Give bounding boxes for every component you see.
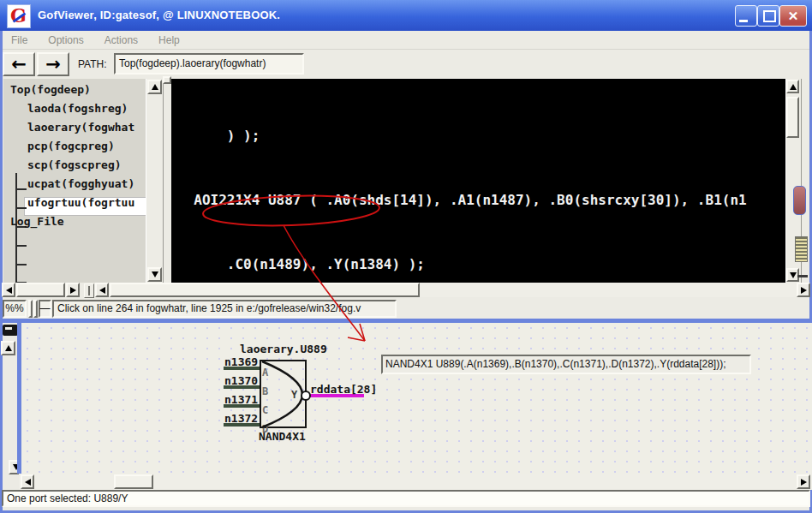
status-ridge bbox=[33, 300, 38, 318]
port-letter-c[interactable]: C bbox=[262, 404, 268, 416]
code-line[interactable]: AOI221X4 U887 ( .A0(shds[14]), .A1(n1487… bbox=[177, 189, 747, 211]
right-arrow-icon bbox=[70, 287, 76, 294]
minimize-button[interactable] bbox=[735, 5, 757, 27]
right-sash-handle[interactable] bbox=[793, 186, 806, 215]
app-icon[interactable]: G bbox=[7, 4, 31, 28]
tree-connector bbox=[17, 207, 27, 209]
code-vscroll-thumb[interactable] bbox=[786, 97, 799, 138]
schematic-scroll-left-button[interactable] bbox=[21, 474, 34, 489]
code-line[interactable]: ) ); bbox=[177, 125, 747, 146]
title-bar[interactable]: G GofViewer, ID:gatesof, @ LINUXNOTEBOOK… bbox=[0, 0, 812, 31]
menu-help[interactable]: Help bbox=[158, 34, 180, 46]
tree-hscrollbar[interactable] bbox=[2, 283, 80, 297]
schematic-scroll-up-button[interactable] bbox=[1, 341, 15, 355]
right-arrow-icon bbox=[801, 479, 807, 486]
nav-toolbar: ← → PATH: Top(fogdeep).laoerary(fogwhatr… bbox=[3, 50, 809, 79]
pane-sash-nub[interactable] bbox=[163, 76, 171, 84]
port-letter-b[interactable]: B bbox=[262, 385, 268, 397]
path-input[interactable]: Top(fogdeep).laoerary(fogwhatr) bbox=[114, 53, 304, 75]
right-arrow-icon bbox=[801, 287, 807, 294]
back-button[interactable]: ← bbox=[3, 52, 35, 76]
tree-item-logfile[interactable]: Log_File bbox=[10, 215, 64, 228]
selection-status-message: One port selected: U889/Y bbox=[2, 490, 810, 507]
port-letter-a[interactable]: A bbox=[262, 367, 268, 379]
left-arrow-icon bbox=[25, 479, 31, 486]
forward-button[interactable]: → bbox=[37, 52, 69, 76]
input-wire-c[interactable] bbox=[224, 404, 260, 408]
scroll-percent-indicator: %% bbox=[3, 300, 27, 318]
tree-item-pcp[interactable]: pcp(fogcpreg) bbox=[27, 140, 115, 152]
tree-item-laoda[interactable]: laoda(fogshreg) bbox=[27, 102, 128, 115]
menu-file[interactable]: File bbox=[11, 34, 27, 46]
right-dash-handle[interactable] bbox=[797, 275, 808, 277]
tree-connector bbox=[17, 188, 27, 190]
menu-actions[interactable]: Actions bbox=[104, 34, 138, 46]
schematic-canvas[interactable] bbox=[21, 323, 812, 474]
schematic-hscrollbar[interactable] bbox=[19, 474, 812, 490]
close-button[interactable]: ✕ bbox=[779, 5, 807, 27]
tree-scroll-left-button[interactable] bbox=[2, 283, 15, 297]
tree-item-ucpat[interactable]: ucpat(fogghyuat) bbox=[27, 177, 134, 190]
back-arrow-icon: ← bbox=[11, 54, 27, 75]
hierarchy-tree: Top(fogdeep) laoda(fogshreg) laoerary(fo… bbox=[3, 79, 146, 283]
menu-options[interactable]: Options bbox=[48, 34, 83, 46]
gate-type-label[interactable]: NAND4X1 bbox=[259, 430, 306, 443]
up-arrow-icon bbox=[790, 84, 797, 90]
tree-item-ufogrtuu[interactable]: ufogrtuu(fogrtuu bbox=[27, 196, 134, 209]
tree-connector bbox=[17, 264, 27, 265]
tree-item-laoerary[interactable]: laoerary(fogwhat bbox=[27, 121, 134, 134]
tree-scroll-right-button[interactable] bbox=[66, 283, 80, 297]
code-scroll-up-button[interactable] bbox=[786, 80, 799, 93]
tree-connector bbox=[17, 245, 27, 247]
up-arrow-icon bbox=[152, 84, 158, 90]
minimize-icon bbox=[739, 20, 748, 22]
snapshot-icon[interactable] bbox=[3, 325, 18, 336]
status-dash-handle[interactable]: — bbox=[39, 300, 51, 318]
tree-vscrollbar[interactable] bbox=[146, 79, 164, 283]
tree-scroll-down-button[interactable] bbox=[147, 267, 162, 282]
netlist-code-view[interactable]: ) ); AOI221X4 U887 ( .A0(shds[14]), .A1(… bbox=[171, 79, 785, 283]
up-arrow-icon bbox=[5, 345, 12, 351]
code-hscroll-thumb[interactable] bbox=[110, 283, 420, 297]
forward-arrow-icon: → bbox=[45, 54, 61, 75]
instance-detail-box[interactable]: NAND4X1 U889(.A(n1369),.B(n1370),.C(n137… bbox=[381, 355, 751, 374]
schematic-hscroll-thumb[interactable] bbox=[114, 474, 153, 489]
code-scroll-right-button[interactable] bbox=[797, 283, 810, 297]
hscroll-sash-handle[interactable] bbox=[84, 283, 94, 298]
down-arrow-icon bbox=[152, 271, 158, 277]
path-label: PATH: bbox=[78, 50, 107, 79]
window-title: GofViewer, ID:gatesof, @ LINUXNOTEBOOK. bbox=[38, 0, 280, 31]
right-grip-handle[interactable] bbox=[795, 236, 808, 262]
maximize-button[interactable] bbox=[757, 5, 779, 27]
menu-bar: File Options Actions Help bbox=[3, 31, 809, 50]
schematic-scroll-right-button[interactable] bbox=[797, 474, 810, 489]
gofviewer-window: G GofViewer, ID:gatesof, @ LINUXNOTEBOOK… bbox=[0, 0, 812, 513]
close-icon: ✕ bbox=[788, 9, 799, 24]
left-arrow-icon bbox=[6, 287, 12, 294]
down-arrow-icon bbox=[790, 272, 797, 278]
code-status-message: Click on line 264 in fogwhatr, line 1925… bbox=[52, 300, 397, 318]
sash-grip-icon bbox=[88, 286, 90, 295]
tree-item-scp[interactable]: scp(fogscpreg) bbox=[27, 158, 122, 171]
tree-scroll-up-button[interactable] bbox=[147, 80, 162, 94]
code-hscrollbar[interactable] bbox=[95, 283, 810, 297]
netlist-code-text: ) ); AOI221X4 U887 ( .A0(shds[14]), .A1(… bbox=[177, 82, 747, 283]
status-ridge bbox=[28, 300, 33, 318]
input-wire-a[interactable] bbox=[224, 367, 260, 370]
left-arrow-icon bbox=[99, 287, 105, 294]
output-net-label[interactable]: rddata[28] bbox=[310, 383, 377, 396]
tree-item-top[interactable]: Top(fogdeep) bbox=[10, 83, 91, 96]
code-line[interactable]: .C0(n1489), .Y(n1384) ); bbox=[177, 254, 747, 275]
maximize-icon bbox=[763, 10, 776, 22]
instance-title[interactable]: laoerary.U889 bbox=[240, 343, 327, 355]
input-wire-b[interactable] bbox=[224, 385, 260, 389]
port-letter-y[interactable]: Y bbox=[291, 389, 297, 401]
input-wire-d[interactable] bbox=[224, 423, 260, 427]
code-scroll-left-button[interactable] bbox=[95, 283, 109, 297]
tree-hscroll-thumb[interactable] bbox=[16, 283, 65, 297]
